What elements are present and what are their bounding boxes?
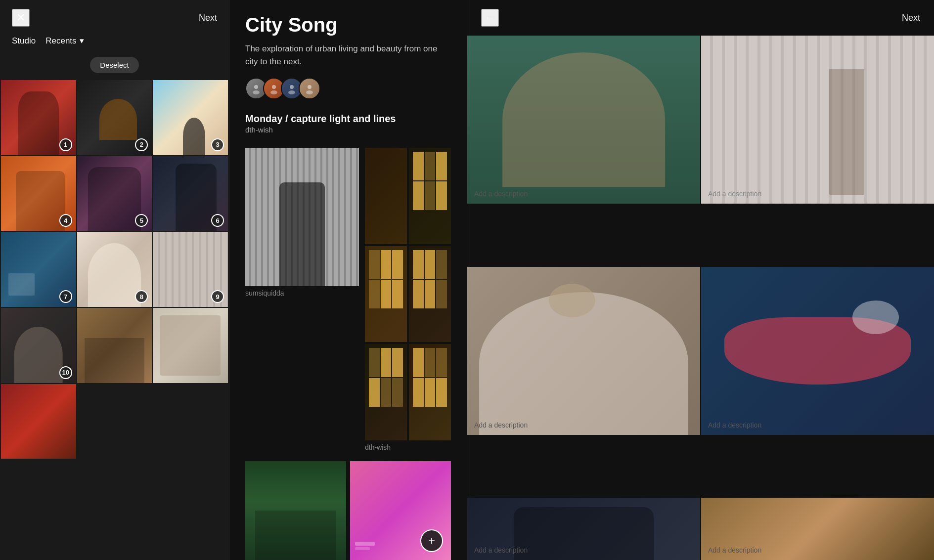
photo-cell[interactable]: 10 [1, 308, 76, 383]
right-grid: Add a description Add a description Add … [467, 36, 934, 560]
photo-cell[interactable] [153, 308, 228, 383]
avatars-row [245, 78, 451, 99]
middle-title: City Song [245, 14, 451, 36]
back-button[interactable]: ← [481, 9, 499, 27]
middle-header: City Song The exploration of urban livin… [229, 0, 467, 148]
recents-dropdown[interactable]: Recents ▾ [45, 36, 84, 46]
photo-cell[interactable]: 2 [77, 80, 152, 155]
left-next-button[interactable]: Next [199, 13, 217, 23]
svg-point-3 [270, 90, 277, 94]
right-cell-lips[interactable]: Add a description [701, 267, 934, 435]
middle-panel: City Song The exploration of urban livin… [229, 0, 467, 560]
thumb-grid [365, 148, 451, 440]
photo-cell[interactable]: 8 [77, 232, 152, 307]
svg-point-5 [288, 90, 295, 94]
cell-description: Add a description [701, 415, 934, 435]
main-photo [245, 148, 359, 286]
bottom-photo-row: + [245, 461, 451, 560]
svg-point-6 [308, 85, 311, 89]
photo-number: 7 [59, 290, 72, 303]
recents-label: Recents [45, 36, 76, 46]
thumb-cell[interactable] [365, 148, 407, 244]
photo-cell[interactable]: 4 [1, 156, 76, 231]
right-cell-desert[interactable]: Add a description [701, 498, 934, 560]
photo-cell[interactable]: 7 [1, 232, 76, 307]
photo-cell[interactable]: 6 [153, 156, 228, 231]
photo-cell[interactable]: 3 [153, 80, 228, 155]
photo-number: 3 [211, 138, 224, 151]
right-next-button[interactable]: Next [902, 13, 920, 23]
studio-label: Studio [12, 36, 36, 46]
deselect-button[interactable]: Deselect [90, 57, 138, 73]
right-cell-couple[interactable]: Add a description [467, 498, 700, 560]
thumb-cell[interactable] [409, 246, 451, 343]
svg-point-1 [253, 90, 260, 94]
middle-description: The exploration of urban living and beau… [245, 43, 451, 68]
thumb-cell[interactable] [365, 344, 407, 440]
section-user: dth-wish [245, 126, 451, 134]
cell-description: Add a description [467, 540, 700, 560]
thumb-cell[interactable] [365, 246, 407, 343]
left-nav: Studio Recents ▾ [0, 36, 229, 52]
svg-point-0 [254, 85, 258, 89]
deselect-row: Deselect [0, 52, 229, 80]
photo-user-label2: dth-wish [365, 443, 451, 451]
svg-point-2 [272, 85, 276, 89]
add-button[interactable]: + [420, 529, 443, 552]
left-header: ✕ Next [0, 0, 229, 36]
photo-number: 1 [59, 138, 72, 151]
right-cell-curtain[interactable]: Add a description [701, 36, 934, 204]
chevron-down-icon: ▾ [80, 36, 84, 46]
photo-cell[interactable]: 1 [1, 80, 76, 155]
photo-number: 9 [211, 290, 224, 303]
main-photo-container: sumsiquidda [245, 148, 359, 451]
photo-number: 2 [135, 138, 148, 151]
cell-description: Add a description [467, 184, 700, 204]
bottom-photo-green[interactable] [245, 461, 346, 560]
section-title: Monday / capture light and lines [245, 113, 451, 125]
right-cell-dress[interactable]: Add a description [467, 267, 700, 435]
right-header: ← Next [467, 0, 934, 36]
photo-user-label: sumsiquidda [245, 289, 359, 297]
cell-description: Add a description [701, 540, 934, 560]
svg-point-7 [306, 90, 313, 94]
content-row: sumsiquidda [245, 148, 451, 451]
middle-content: sumsiquidda [229, 148, 467, 560]
thumb-cell[interactable] [409, 344, 451, 440]
right-panel: ← Next Add a description Add a descripti… [467, 0, 934, 560]
thumb-cell[interactable] [409, 148, 451, 244]
thumb-column: dth-wish [365, 148, 451, 451]
cell-description: Add a description [701, 184, 934, 204]
avatar [299, 78, 320, 99]
photo-cell[interactable]: 5 [77, 156, 152, 231]
bottom-photo-pink[interactable]: + [350, 461, 451, 560]
photo-cell[interactable] [77, 308, 152, 383]
photo-cell[interactable] [1, 384, 76, 459]
left-panel: ✕ Next Studio Recents ▾ Deselect 1 2 [0, 0, 229, 560]
photo-number: 4 [59, 214, 72, 227]
close-button[interactable]: ✕ [12, 9, 30, 27]
cell-description: Add a description [467, 415, 700, 435]
photo-cell[interactable]: 9 [153, 232, 228, 307]
svg-point-4 [290, 85, 294, 89]
photo-number: 10 [59, 366, 72, 379]
photo-grid: 1 2 3 4 5 [0, 80, 229, 459]
right-cell-man[interactable]: Add a description [467, 36, 700, 204]
